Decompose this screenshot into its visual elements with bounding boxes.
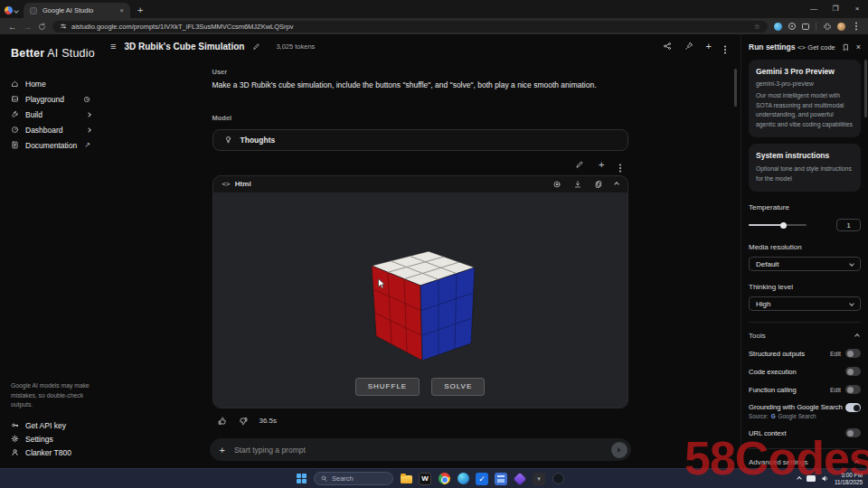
menu-icon[interactable]: ≡ xyxy=(110,41,116,52)
check-app-icon[interactable]: ✓ xyxy=(476,473,488,485)
file-explorer-icon[interactable] xyxy=(400,473,412,485)
new-prompt-icon[interactable]: + xyxy=(706,41,712,52)
tray-expand-icon[interactable] xyxy=(797,476,802,482)
code-execution-toggle[interactable] xyxy=(845,367,861,376)
slider-knob[interactable] xyxy=(780,222,787,229)
volume-icon[interactable] xyxy=(821,474,829,483)
start-button[interactable] xyxy=(297,474,307,484)
more-options-icon[interactable] xyxy=(724,38,726,54)
chevron-right-icon xyxy=(86,127,91,133)
thoughts-panel[interactable]: Thoughts xyxy=(212,129,628,151)
tools-section-header[interactable]: Tools xyxy=(749,332,861,340)
sidebar-item-build[interactable]: Build xyxy=(11,107,90,122)
prompt-input[interactable] xyxy=(234,446,602,455)
back-button[interactable]: ← xyxy=(8,22,17,32)
diamond-app-icon[interactable] xyxy=(514,473,526,485)
edit-message-icon[interactable] xyxy=(575,160,584,169)
get-code-button[interactable]: <>Get code xyxy=(797,43,835,52)
browser-profile-chip[interactable] xyxy=(5,6,18,14)
sidebar-item-documentation[interactable]: Documentation ↗ xyxy=(11,137,90,153)
temperature-value[interactable]: 1 xyxy=(836,219,861,231)
edit-title-icon[interactable] xyxy=(252,42,260,51)
window-minimize-button[interactable]: — xyxy=(803,0,825,16)
sidebar-item-home[interactable]: Home xyxy=(11,76,90,91)
clock[interactable]: 5:00 PM 11/18/2025 xyxy=(835,472,863,486)
chrome-icon[interactable] xyxy=(438,473,450,485)
preview-icon[interactable] xyxy=(552,180,561,189)
calculator-icon[interactable] xyxy=(495,473,507,485)
terminal-app-icon[interactable]: ▾ xyxy=(533,473,545,485)
steam-app-icon[interactable] xyxy=(552,473,564,485)
media-resolution-select[interactable]: Default xyxy=(749,257,861,271)
model-name: Gemini 3 Pro Preview xyxy=(756,67,854,76)
extensions-icon[interactable] xyxy=(823,23,831,31)
edit-link[interactable]: Edit xyxy=(830,351,841,357)
sidebar-item-dashboard[interactable]: Dashboard xyxy=(11,122,90,137)
share-icon[interactable] xyxy=(663,42,672,51)
html-preview-canvas[interactable]: SHUFFLE SOLVE xyxy=(213,192,627,408)
app-logo[interactable]: Better AI Studio xyxy=(11,47,90,60)
rubiks-cube xyxy=(368,249,478,364)
chat-scrollbar[interactable] xyxy=(734,69,737,107)
window-close-button[interactable]: × xyxy=(846,0,868,16)
message-more-icon[interactable] xyxy=(619,156,621,173)
add-icon[interactable]: + xyxy=(599,159,604,170)
url-bar[interactable]: aistudio.google.com/prompts/1IVXkT_iFL3S… xyxy=(52,21,768,33)
search-icon xyxy=(321,475,327,482)
pin-icon[interactable] xyxy=(684,42,693,51)
browser-avatar-icon[interactable] xyxy=(837,23,845,31)
model-card[interactable]: Gemini 3 Pro Preview gemini-3-pro-previe… xyxy=(749,60,861,137)
thumbs-up-icon[interactable] xyxy=(218,417,227,426)
w-app-icon[interactable]: W xyxy=(419,473,431,485)
solve-button[interactable]: SOLVE xyxy=(431,378,485,396)
grounding-toggle[interactable] xyxy=(845,403,861,412)
reload-button[interactable] xyxy=(38,23,46,31)
structured-outputs-toggle[interactable] xyxy=(845,349,861,358)
external-link-icon: ↗ xyxy=(84,141,90,149)
thinking-level-label: Thinking level xyxy=(749,283,861,291)
account-button[interactable]: Clanker T800 xyxy=(11,446,92,459)
chevron-down-icon xyxy=(849,261,854,267)
temperature-slider[interactable] xyxy=(749,224,807,226)
download-icon[interactable] xyxy=(573,180,582,189)
window-restore-button[interactable]: ❐ xyxy=(825,0,846,16)
extension-blue-icon[interactable] xyxy=(774,23,782,31)
copy-icon[interactable] xyxy=(594,180,603,189)
run-settings-title: Run settings xyxy=(749,42,795,52)
history-icon[interactable] xyxy=(83,96,90,103)
advanced-settings-header[interactable]: Advanced settings xyxy=(749,458,861,466)
prompt-header: ≡ 3D Rubik's Cube Simulation 3,025 token… xyxy=(99,34,741,58)
shuffle-button[interactable]: SHUFFLE xyxy=(355,378,420,396)
collapse-icon[interactable] xyxy=(614,182,619,187)
prompt-input-bar[interactable]: + xyxy=(210,438,631,461)
settings-button[interactable]: Settings xyxy=(11,432,92,446)
attach-icon[interactable]: + xyxy=(220,445,225,455)
thinking-level-select[interactable]: High xyxy=(749,296,861,311)
thumbs-down-icon[interactable] xyxy=(239,417,248,426)
gear-icon xyxy=(11,435,19,443)
model-disclaimer: Google AI models may make mistakes, so d… xyxy=(11,381,92,410)
taskbar-search[interactable] xyxy=(314,472,393,485)
record-icon[interactable] xyxy=(788,23,796,30)
chevron-right-icon xyxy=(86,112,91,117)
browser-menu-icon[interactable] xyxy=(852,23,860,31)
run-button[interactable] xyxy=(611,442,627,458)
url-context-toggle[interactable] xyxy=(845,428,861,437)
new-tab-button[interactable]: + xyxy=(137,5,143,15)
close-panel-icon[interactable]: × xyxy=(856,42,861,52)
keyboard-icon[interactable] xyxy=(807,475,816,482)
browser-tab[interactable]: Google AI Studio × xyxy=(24,3,130,18)
tab-close-icon[interactable]: × xyxy=(119,6,124,14)
system-instructions-card[interactable]: System instructions Optional tone and st… xyxy=(749,144,861,192)
site-info-icon[interactable] xyxy=(60,23,67,30)
save-icon[interactable] xyxy=(842,43,850,52)
bookmark-star-icon[interactable]: ☆ xyxy=(754,23,760,31)
get-api-key-button[interactable]: Get API key xyxy=(11,418,92,432)
sidebar-item-playground[interactable]: Playground xyxy=(11,91,90,107)
edge-icon[interactable] xyxy=(457,473,469,485)
screenshot-icon[interactable] xyxy=(802,23,809,30)
edit-link[interactable]: Edit xyxy=(830,387,841,393)
panel-scrollbar[interactable] xyxy=(864,60,867,117)
function-calling-toggle[interactable] xyxy=(845,385,861,394)
forward-button[interactable]: → xyxy=(24,22,33,32)
